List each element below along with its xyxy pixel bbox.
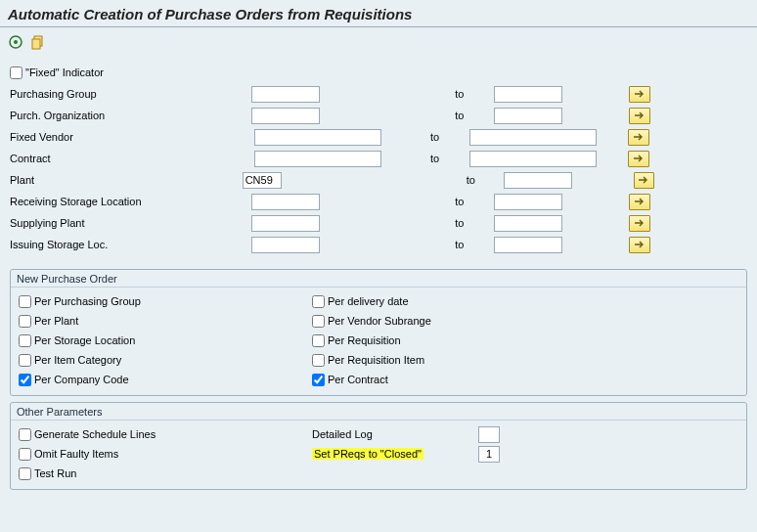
multiple-selection-button[interactable] [629,194,650,210]
to-label: to [455,217,464,229]
fixed-indicator-checkbox[interactable] [10,66,22,79]
npo-left-label: Per Item Category [34,354,121,366]
toolbar [0,31,757,60]
npo-right-checkbox[interactable] [312,354,325,367]
npo-left-checkbox[interactable] [19,354,31,367]
criteria-from-input[interactable] [243,172,282,189]
criteria-from-input[interactable] [251,194,320,210]
execute-icon[interactable] [8,35,26,47]
criteria-label: Receiving Storage Location [10,196,142,207]
criteria-from-input[interactable] [251,215,320,232]
npo-right-label: Per Requisition [328,334,401,346]
to-label: to [455,196,464,207]
group-new-po-title: New Purchase Order [11,270,746,288]
npo-right-label: Per Vendor Subrange [328,315,431,327]
criteria-from-input[interactable] [254,129,381,146]
page-title: Automatic Creation of Purchase Orders fr… [0,0,757,26]
npo-left-label: Per Purchasing Group [34,295,141,307]
other-left-label: Test Run [34,467,76,479]
criteria-label: Issuing Storage Loc. [10,239,108,250]
multiple-selection-button[interactable] [634,172,654,189]
npo-right-checkbox[interactable] [312,315,325,328]
svg-rect-3 [32,39,40,49]
set-preqs-closed-input[interactable] [478,446,500,463]
criteria-label: Plant [10,174,34,186]
detailed-log-input[interactable] [478,426,500,443]
other-left-checkbox[interactable] [19,448,31,461]
other-left-label: Generate Schedule Lines [34,428,156,440]
npo-left-label: Per Plant [34,315,78,327]
to-label: to [455,110,464,121]
fixed-indicator-label: "Fixed" Indicator [25,66,104,78]
npo-left-label: Per Company Code [34,374,129,385]
criteria-to-input[interactable] [504,172,572,189]
set-preqs-closed-label: Set PReqs to "Closed" [312,448,478,460]
to-label: to [467,174,475,186]
to-label: to [430,153,439,164]
multiple-selection-button[interactable] [629,108,650,124]
criteria-label: Contract [10,153,51,164]
criteria-label: Purch. Organization [10,110,105,121]
multiple-selection-button[interactable] [629,86,650,103]
group-other: Other Parameters Generate Schedule Lines… [10,402,747,490]
criteria-label: Supplying Plant [10,217,84,229]
group-other-title: Other Parameters [11,403,746,421]
to-label: to [455,239,464,250]
criteria-to-input[interactable] [494,108,562,124]
title-divider [0,26,757,27]
multiple-selection-button[interactable] [629,215,650,232]
criteria-to-input[interactable] [469,151,597,167]
npo-right-checkbox[interactable] [312,295,325,308]
other-left-checkbox[interactable] [19,428,31,441]
criteria-from-input[interactable] [251,86,320,103]
npo-left-checkbox[interactable] [19,295,31,308]
npo-right-label: Per Requisition Item [328,354,424,366]
npo-right-checkbox[interactable] [312,334,325,347]
criteria-to-input[interactable] [469,129,597,146]
npo-left-checkbox[interactable] [19,315,31,328]
npo-right-label: Per delivery date [328,295,409,307]
criteria-from-input[interactable] [251,237,320,253]
svg-point-1 [14,40,18,44]
npo-left-checkbox[interactable] [19,334,31,347]
npo-right-checkbox[interactable] [312,374,325,386]
selection-criteria: "Fixed" Indicator Purchasing GrouptoPurc… [0,60,757,263]
to-label: to [455,88,464,100]
multiple-selection-button[interactable] [628,151,649,167]
detailed-log-label: Detailed Log [312,428,478,440]
criteria-to-input[interactable] [494,194,562,210]
criteria-from-input[interactable] [254,151,381,167]
other-left-checkbox[interactable] [19,467,31,480]
to-label: to [430,131,439,143]
multiple-selection-button[interactable] [628,129,649,146]
criteria-from-input[interactable] [251,108,320,124]
npo-left-label: Per Storage Location [34,334,135,346]
criteria-to-input[interactable] [494,86,562,103]
multiple-selection-button[interactable] [629,237,650,253]
criteria-to-input[interactable] [494,237,562,253]
criteria-label: Fixed Vendor [10,131,73,143]
npo-right-label: Per Contract [328,374,388,385]
other-left-label: Omit Faulty Items [34,448,118,460]
npo-left-checkbox[interactable] [19,374,31,386]
criteria-label: Purchasing Group [10,88,97,100]
criteria-to-input[interactable] [494,215,562,232]
variant-icon[interactable] [30,35,46,47]
group-new-po: New Purchase Order Per Purchasing GroupP… [10,269,747,396]
